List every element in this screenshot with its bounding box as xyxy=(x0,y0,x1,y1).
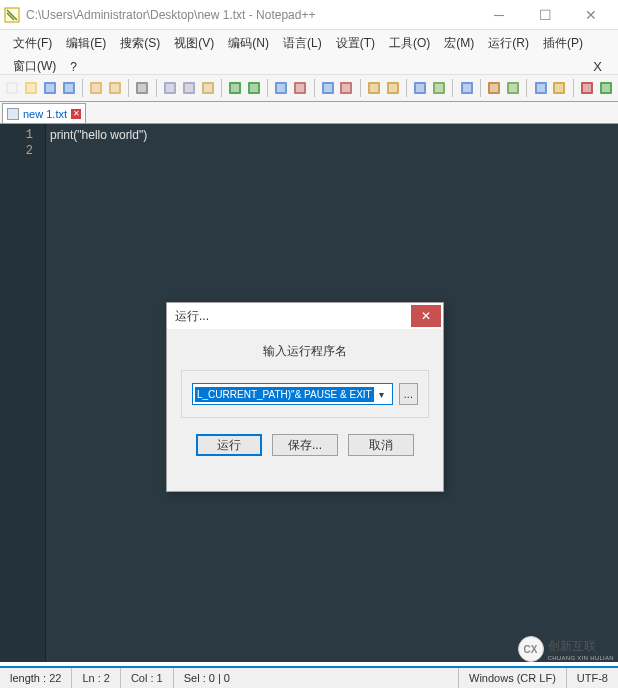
menu-file[interactable]: 文件(F) xyxy=(6,32,59,55)
save-button[interactable]: 保存... xyxy=(272,434,338,456)
find-icon[interactable] xyxy=(273,78,290,98)
status-col: Col : 1 xyxy=(121,668,174,688)
code-line: print("hello world") xyxy=(50,127,614,143)
status-eol: Windows (CR LF) xyxy=(459,668,567,688)
doc-map-icon[interactable] xyxy=(505,78,522,98)
tab-close-icon[interactable]: ✕ xyxy=(71,109,81,119)
separator xyxy=(406,79,407,97)
menu-tools[interactable]: 工具(O) xyxy=(382,32,437,55)
separator xyxy=(128,79,129,97)
menu-edit[interactable]: 编辑(E) xyxy=(59,32,113,55)
svg-rect-54 xyxy=(602,84,610,92)
watermark-logo: CX xyxy=(518,636,544,662)
run-button[interactable]: 运行 xyxy=(196,434,262,456)
file-icon xyxy=(7,108,19,120)
maximize-button[interactable]: ☐ xyxy=(522,0,568,30)
lang-icon[interactable] xyxy=(486,78,503,98)
svg-rect-16 xyxy=(166,84,174,92)
run-dialog: 运行... ✕ 输入运行程序名 L_CURRENT_PATH)"& PAUSE … xyxy=(166,302,444,492)
menu-settings[interactable]: 设置(T) xyxy=(329,32,382,55)
save-all-icon[interactable] xyxy=(60,78,77,98)
close-icon[interactable] xyxy=(88,78,105,98)
svg-rect-2 xyxy=(8,84,16,92)
play-icon[interactable] xyxy=(597,78,614,98)
browse-button[interactable]: ... xyxy=(399,383,418,405)
paste-icon[interactable] xyxy=(199,78,216,98)
cancel-button[interactable]: 取消 xyxy=(348,434,414,456)
menu-search[interactable]: 搜索(S) xyxy=(113,32,167,55)
status-encoding: UTF-8 xyxy=(567,668,618,688)
separator xyxy=(360,79,361,97)
svg-rect-28 xyxy=(296,84,304,92)
print-icon[interactable] xyxy=(134,78,151,98)
undo-icon[interactable] xyxy=(227,78,244,98)
toolbar xyxy=(0,74,618,102)
separator xyxy=(526,79,527,97)
menu-help[interactable]: ? xyxy=(63,57,84,77)
menu-run[interactable]: 运行(R) xyxy=(481,32,536,55)
status-line: Ln : 2 xyxy=(72,668,121,688)
svg-rect-44 xyxy=(490,84,498,92)
watermark-subtext: CHUANG XIN HULIAN xyxy=(548,655,614,661)
show-all-icon[interactable] xyxy=(431,78,448,98)
dialog-close-button[interactable]: ✕ xyxy=(411,305,441,327)
menu-encoding[interactable]: 编码(N) xyxy=(221,32,276,55)
svg-rect-42 xyxy=(463,84,471,92)
svg-rect-8 xyxy=(65,84,73,92)
line-number: 2 xyxy=(0,143,45,159)
svg-rect-10 xyxy=(92,84,100,92)
watermark: CX 创新互联 CHUANG XIN HULIAN xyxy=(518,636,614,662)
line-number: 1 xyxy=(0,127,45,143)
svg-rect-18 xyxy=(185,84,193,92)
chevron-down-icon[interactable]: ▾ xyxy=(374,389,390,400)
svg-rect-12 xyxy=(111,84,119,92)
menu-plugins[interactable]: 插件(P) xyxy=(536,32,590,55)
zoom-out-icon[interactable] xyxy=(338,78,355,98)
code-line xyxy=(50,143,614,159)
menubar: 文件(F) 编辑(E) 搜索(S) 视图(V) 编码(N) 语言(L) 设置(T… xyxy=(0,30,618,74)
menu-window[interactable]: 窗口(W) xyxy=(6,55,63,78)
watermark-text: 创新互联 xyxy=(548,638,614,655)
zoom-in-icon[interactable] xyxy=(319,78,336,98)
menu-language[interactable]: 语言(L) xyxy=(276,32,329,55)
function-list-icon[interactable] xyxy=(532,78,549,98)
separator xyxy=(267,79,268,97)
separator xyxy=(221,79,222,97)
dialog-title: 运行... xyxy=(175,308,209,325)
save-icon[interactable] xyxy=(41,78,58,98)
combobox-value: L_CURRENT_PATH)"& PAUSE & EXIT xyxy=(195,387,374,402)
tab-file[interactable]: new 1.txt ✕ xyxy=(2,103,86,123)
tabbar: new 1.txt ✕ xyxy=(0,102,618,124)
record-icon[interactable] xyxy=(578,78,595,98)
svg-rect-20 xyxy=(204,84,212,92)
menu-close-x[interactable]: X xyxy=(583,57,612,76)
copy-icon[interactable] xyxy=(180,78,197,98)
svg-rect-24 xyxy=(250,84,258,92)
svg-rect-48 xyxy=(537,84,545,92)
svg-rect-52 xyxy=(583,84,591,92)
sync-v-icon[interactable] xyxy=(366,78,383,98)
close-all-icon[interactable] xyxy=(107,78,124,98)
sync-h-icon[interactable] xyxy=(384,78,401,98)
folder-icon[interactable] xyxy=(551,78,568,98)
menu-macro[interactable]: 宏(M) xyxy=(437,32,481,55)
program-name-combobox[interactable]: L_CURRENT_PATH)"& PAUSE & EXIT ▾ xyxy=(192,383,393,405)
titlebar: C:\Users\Administrator\Desktop\new 1.txt… xyxy=(0,0,618,30)
close-button[interactable]: ✕ xyxy=(568,0,614,30)
minimize-button[interactable]: ─ xyxy=(476,0,522,30)
separator xyxy=(82,79,83,97)
redo-icon[interactable] xyxy=(245,78,262,98)
open-file-icon[interactable] xyxy=(23,78,40,98)
cut-icon[interactable] xyxy=(162,78,179,98)
window-title: C:\Users\Administrator\Desktop\new 1.txt… xyxy=(26,8,476,22)
indent-guide-icon[interactable] xyxy=(458,78,475,98)
separator xyxy=(156,79,157,97)
replace-icon[interactable] xyxy=(292,78,309,98)
new-file-icon[interactable] xyxy=(4,78,21,98)
svg-rect-22 xyxy=(231,84,239,92)
menu-view[interactable]: 视图(V) xyxy=(167,32,221,55)
status-sel: Sel : 0 | 0 xyxy=(174,668,459,688)
separator xyxy=(480,79,481,97)
svg-rect-34 xyxy=(370,84,378,92)
wrap-icon[interactable] xyxy=(412,78,429,98)
